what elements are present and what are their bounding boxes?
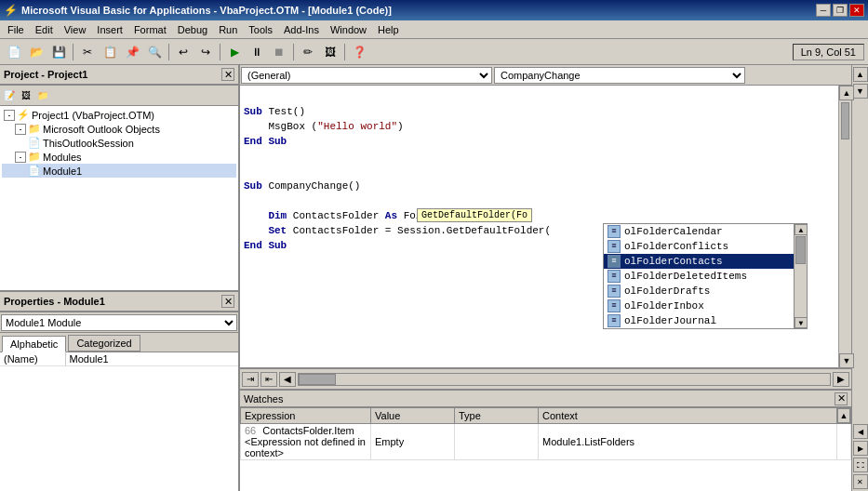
menu-edit[interactable]: Edit	[30, 22, 59, 37]
tree-item-session[interactable]: 📄 ThisOutlookSession	[2, 136, 236, 150]
menu-help[interactable]: Help	[372, 22, 405, 37]
expand-project[interactable]: -	[4, 110, 15, 121]
ac-item-1[interactable]: ≡ olFolderConflicts	[604, 239, 807, 254]
watches-scroll-up[interactable]: ▲	[837, 408, 850, 423]
ac-item-0[interactable]: ≡ olFolderCalendar	[604, 224, 807, 239]
col-type: Type	[455, 408, 539, 424]
ac-icon-5: ≡	[608, 299, 621, 312]
props-select[interactable]: Module1 Module	[1, 314, 237, 331]
context-combo[interactable]: (General)	[241, 67, 492, 84]
copy-icon[interactable]: 📋	[100, 42, 120, 62]
sep-2	[168, 44, 169, 60]
menu-tools[interactable]: Tools	[243, 22, 278, 37]
menu-insert[interactable]: Insert	[91, 22, 128, 37]
watches-close[interactable]: ✕	[835, 392, 848, 405]
view-code-icon[interactable]: 📝	[1, 87, 18, 104]
menu-file[interactable]: File	[2, 22, 30, 37]
menu-addins[interactable]: Add-Ins	[278, 22, 325, 37]
stop-icon[interactable]: ⏹	[269, 42, 289, 62]
menu-debug[interactable]: Debug	[172, 22, 213, 37]
sep-5	[344, 44, 345, 60]
expand-modules[interactable]: -	[15, 152, 26, 163]
tree-item-outlook[interactable]: - 📁 Microsoft Outlook Objects	[2, 122, 236, 136]
code-area-container: Sub Test() MsgBox ("Hello world") End Su…	[240, 86, 851, 491]
nav-left-icon[interactable]: ◀	[279, 372, 296, 387]
project-toolbar: 📝 🖼 📁	[0, 86, 238, 106]
redo-icon[interactable]: ↪	[195, 42, 216, 62]
menu-run[interactable]: Run	[213, 22, 243, 37]
proc-combo[interactable]: CompanyChange	[494, 67, 745, 84]
watches-header: Watches ✕	[240, 391, 851, 407]
save-icon[interactable]: 💾	[48, 42, 69, 62]
ac-item-4[interactable]: ≡ olFolderDrafts	[604, 284, 807, 299]
tree-item-project[interactable]: - ⚡ Project1 (VbaProject.OTM)	[2, 108, 236, 122]
outlook-objects-label: Microsoft Outlook Objects	[43, 124, 160, 135]
cut-icon[interactable]: ✂	[77, 42, 98, 62]
new-icon[interactable]: 📄	[4, 42, 24, 62]
title-bar-controls: ─ ❐ ✕	[816, 4, 864, 17]
code-hscroll[interactable]	[298, 373, 831, 386]
toggle-folders-icon[interactable]: 📁	[34, 87, 51, 104]
ac-scroll-down[interactable]: ▼	[795, 317, 808, 328]
sep-4	[293, 44, 294, 60]
far-right-panel: ▲ ▼ ◀ ▶ ⛶ ✕	[851, 65, 868, 491]
ac-item-2[interactable]: ≡ olFolderContacts	[604, 254, 807, 269]
minimize-button[interactable]: ─	[816, 4, 831, 17]
module-icon: 📄	[28, 165, 41, 177]
properties-panel-close[interactable]: ✕	[221, 295, 234, 308]
watches-num-0: 66 ContactsFolder.Item <Expression not d…	[241, 424, 371, 460]
project-label: Project1 (VbaProject.OTM)	[32, 110, 154, 121]
menu-window[interactable]: Window	[325, 22, 372, 37]
code-line-7	[244, 193, 835, 208]
props-val-name[interactable]: Module1	[65, 352, 238, 366]
code-line-4	[244, 149, 835, 164]
close-button[interactable]: ✕	[849, 4, 864, 17]
open-icon[interactable]: 📂	[26, 42, 47, 62]
props-body: (Name) Module1	[0, 352, 238, 491]
ac-label-0: olFolderCalendar	[624, 226, 723, 237]
code-scroll-down[interactable]: ▼	[839, 353, 854, 368]
nav-outdent-icon[interactable]: ⇤	[260, 372, 277, 387]
undo-icon[interactable]: ↩	[173, 42, 194, 62]
far-right-btn-1[interactable]: ▲	[853, 67, 868, 82]
far-right-btn-4[interactable]: ▶	[853, 441, 868, 456]
ac-item-6[interactable]: ≡ olFolderJournal	[604, 313, 807, 328]
watches-header-row: Expression Value Type Context ▲	[241, 408, 851, 424]
nav-right-icon[interactable]: ▶	[833, 372, 849, 387]
view-object-icon[interactable]: 🖼	[18, 87, 34, 104]
tab-alphabetic[interactable]: Alphabetic	[2, 336, 66, 352]
ac-item-5[interactable]: ≡ olFolderInbox	[604, 299, 807, 313]
project-panel-close[interactable]: ✕	[221, 68, 234, 81]
find-icon[interactable]: 🔍	[144, 42, 165, 62]
code-scroll-up[interactable]: ▲	[839, 86, 854, 100]
far-right-btn-6[interactable]: ✕	[853, 474, 868, 489]
userform-icon[interactable]: 🖼	[320, 42, 341, 62]
tree-item-module1[interactable]: 📄 Module1	[2, 164, 236, 178]
nav-indent-icon[interactable]: ⇥	[242, 372, 259, 387]
design-icon[interactable]: ✏	[298, 42, 318, 62]
ac-label-1: olFolderConflicts	[624, 241, 728, 252]
code-editor[interactable]: Sub Test() MsgBox ("Hello world") End Su…	[240, 86, 838, 368]
tab-categorized[interactable]: Categorized	[68, 335, 140, 352]
help-icon[interactable]: ❓	[349, 42, 369, 62]
menu-view[interactable]: View	[59, 22, 92, 37]
pause-icon[interactable]: ⏸	[247, 42, 267, 62]
run-icon[interactable]: ▶	[224, 42, 245, 62]
col-context: Context	[539, 408, 837, 424]
far-right-btn-2[interactable]: ▼	[853, 84, 868, 99]
autocomplete-dropdown[interactable]: ≡ olFolderCalendar ≡ olFolderConflicts ≡…	[603, 223, 808, 329]
autocomplete-tooltip: GetDefaultFolder(Fo	[417, 208, 532, 222]
tree-item-modules[interactable]: - 📁 Modules	[2, 150, 236, 164]
far-right-btn-3[interactable]: ◀	[853, 424, 868, 439]
ac-item-3[interactable]: ≡ olFolderDeletedItems	[604, 269, 807, 284]
restore-button[interactable]: ❐	[833, 4, 848, 17]
menu-format[interactable]: Format	[128, 22, 172, 37]
project-tree: - ⚡ Project1 (VbaProject.OTM) - 📁 Micros…	[0, 106, 238, 292]
ac-scroll-track	[795, 235, 807, 317]
ac-scroll-up[interactable]: ▲	[795, 224, 808, 235]
code-line-5	[244, 164, 835, 179]
far-right-btn-5[interactable]: ⛶	[853, 458, 868, 472]
watches-ctx-0: Module1.ListFolders	[539, 424, 837, 460]
expand-outlook[interactable]: -	[15, 124, 26, 135]
paste-icon[interactable]: 📌	[122, 42, 142, 62]
